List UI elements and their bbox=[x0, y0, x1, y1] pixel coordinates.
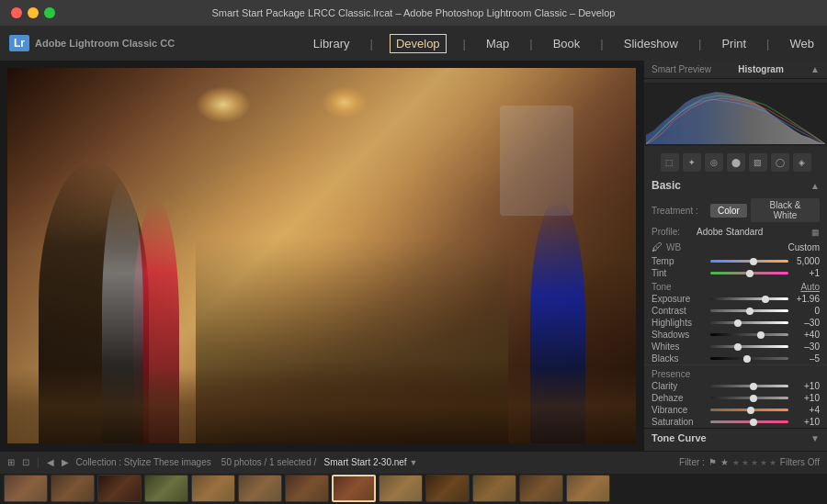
film-thumb-4[interactable] bbox=[144, 475, 188, 502]
tab-map[interactable]: Map bbox=[482, 35, 513, 52]
prev-photo-icon[interactable]: ◀ bbox=[47, 457, 54, 467]
file-name[interactable]: Smart Start 2-30.nef bbox=[324, 457, 407, 467]
film-thumb-10[interactable] bbox=[425, 475, 470, 502]
filter-label: Filter : bbox=[679, 457, 705, 467]
dehaze-thumb[interactable] bbox=[750, 395, 757, 402]
clarity-thumb[interactable] bbox=[750, 383, 757, 390]
highlights-thumb[interactable] bbox=[734, 319, 742, 327]
shadows-slider-row: Shadows +40 bbox=[644, 329, 827, 341]
wb-row: 🖊 WB Custom bbox=[644, 239, 827, 255]
traffic-lights bbox=[11, 7, 55, 18]
tab-develop[interactable]: Develop bbox=[390, 34, 447, 53]
shadows-thumb[interactable] bbox=[757, 331, 765, 339]
shadows-slider[interactable] bbox=[710, 333, 788, 336]
film-thumb-11[interactable] bbox=[472, 475, 516, 502]
tone-curve-label: Tone Curve bbox=[651, 432, 707, 443]
wb-value: Custom bbox=[788, 242, 820, 252]
tint-label: Tint bbox=[651, 268, 707, 278]
tab-slideshow[interactable]: Slideshow bbox=[620, 35, 682, 52]
tint-thumb[interactable] bbox=[746, 270, 753, 277]
whites-thumb[interactable] bbox=[734, 343, 742, 351]
star-1[interactable]: ★ bbox=[732, 458, 740, 467]
compare-view-icon[interactable]: ⊡ bbox=[22, 457, 29, 467]
saturation-thumb[interactable] bbox=[750, 419, 757, 426]
film-thumb-13[interactable] bbox=[566, 475, 610, 502]
next-photo-icon[interactable]: ▶ bbox=[62, 457, 69, 467]
contrast-slider[interactable] bbox=[710, 309, 788, 312]
film-thumb-9[interactable] bbox=[379, 475, 423, 502]
highlights-label: Highlights bbox=[651, 318, 707, 328]
film-thumb-8[interactable] bbox=[332, 475, 376, 502]
app-logo: Lr Adobe Lightroom Classic CC bbox=[9, 35, 175, 51]
dehaze-slider[interactable] bbox=[710, 397, 788, 399]
grid-view-icon[interactable]: ⊞ bbox=[7, 457, 15, 467]
tint-slider[interactable] bbox=[710, 272, 788, 274]
film-thumb-7[interactable] bbox=[285, 475, 329, 502]
star-4[interactable]: ★ bbox=[760, 458, 767, 467]
brush-tool[interactable]: ⬤ bbox=[727, 153, 745, 172]
film-thumb-5[interactable] bbox=[191, 475, 235, 502]
blacks-label: Blacks bbox=[651, 353, 707, 364]
close-button[interactable] bbox=[11, 7, 22, 18]
histogram-label: Histogram bbox=[738, 64, 783, 74]
tab-library[interactable]: Library bbox=[310, 35, 354, 52]
star-5[interactable]: ★ bbox=[769, 458, 776, 467]
menubar: Lr Adobe Lightroom Classic CC Library | … bbox=[0, 26, 827, 61]
radial-tool[interactable]: ◯ bbox=[771, 153, 789, 172]
film-thumb-2[interactable] bbox=[51, 475, 95, 502]
tab-book[interactable]: Book bbox=[549, 35, 584, 52]
saturation-slider-row: Saturation +10 bbox=[644, 416, 827, 428]
filter-flag-icon[interactable]: ⚑ bbox=[708, 457, 717, 467]
redeye-tool[interactable]: ◎ bbox=[705, 153, 723, 172]
panel-top-bar: Smart Preview Histogram ▲ bbox=[644, 61, 827, 79]
gradient-tool[interactable]: ▨ bbox=[749, 153, 767, 172]
grid-icon[interactable]: ▦ bbox=[811, 228, 820, 237]
blacks-thumb[interactable] bbox=[743, 355, 751, 363]
vibrance-thumb[interactable] bbox=[747, 407, 754, 414]
tone-curve-collapse-icon[interactable]: ▼ bbox=[810, 433, 820, 443]
crop-tool[interactable]: ⬚ bbox=[661, 153, 679, 172]
target-tool[interactable]: ◈ bbox=[793, 153, 811, 172]
eyedropper-icon[interactable]: 🖊 bbox=[651, 241, 663, 253]
film-thumb-6[interactable] bbox=[238, 475, 282, 502]
lr-icon: Lr bbox=[9, 35, 29, 51]
exposure-slider[interactable] bbox=[710, 297, 788, 300]
vibrance-slider[interactable] bbox=[710, 409, 788, 411]
basic-section-header[interactable]: Basic ▲ bbox=[644, 175, 827, 196]
film-thumb-1[interactable] bbox=[4, 475, 48, 502]
temp-slider[interactable] bbox=[710, 260, 788, 263]
highlights-slider[interactable] bbox=[710, 321, 788, 324]
auto-button[interactable]: Auto bbox=[800, 282, 820, 292]
film-thumb-12[interactable] bbox=[519, 475, 563, 502]
star-2[interactable]: ★ bbox=[742, 458, 749, 467]
file-dropdown-icon[interactable]: ▼ bbox=[409, 458, 417, 467]
contrast-thumb[interactable] bbox=[746, 308, 753, 315]
contrast-slider-row: Contrast 0 bbox=[644, 305, 827, 317]
color-button[interactable]: Color bbox=[710, 204, 747, 218]
basic-collapse-icon[interactable]: ▲ bbox=[810, 181, 820, 191]
blacks-value: –5 bbox=[792, 353, 820, 364]
treatment-row: Treatment : Color Black & White bbox=[644, 196, 827, 225]
tone-curve-header[interactable]: Tone Curve ▼ bbox=[644, 428, 827, 447]
minimize-button[interactable] bbox=[28, 7, 39, 18]
saturation-slider[interactable] bbox=[710, 420, 788, 423]
tint-value: +1 bbox=[792, 268, 820, 278]
dehaze-slider-row: Dehaze +10 bbox=[644, 392, 827, 404]
whites-slider-row: Whites –30 bbox=[644, 341, 827, 353]
temp-thumb[interactable] bbox=[750, 258, 757, 265]
blacks-slider[interactable] bbox=[710, 357, 788, 360]
maximize-button[interactable] bbox=[44, 7, 55, 18]
film-thumb-3[interactable] bbox=[97, 475, 142, 502]
heal-tool[interactable]: ✦ bbox=[683, 153, 701, 172]
clarity-slider[interactable] bbox=[710, 385, 788, 387]
panel-collapse-icon[interactable]: ▲ bbox=[810, 64, 820, 74]
tab-print[interactable]: Print bbox=[718, 35, 750, 52]
tab-web[interactable]: Web bbox=[787, 35, 819, 52]
filter-star-icon[interactable]: ★ bbox=[720, 457, 729, 467]
black-white-button[interactable]: Black & White bbox=[751, 198, 820, 222]
profile-row: Profile: Adobe Standard ▦ bbox=[644, 225, 827, 239]
clarity-value: +10 bbox=[792, 381, 820, 391]
exposure-thumb[interactable] bbox=[762, 296, 769, 303]
whites-slider[interactable] bbox=[710, 345, 788, 348]
star-3[interactable]: ★ bbox=[751, 458, 758, 467]
